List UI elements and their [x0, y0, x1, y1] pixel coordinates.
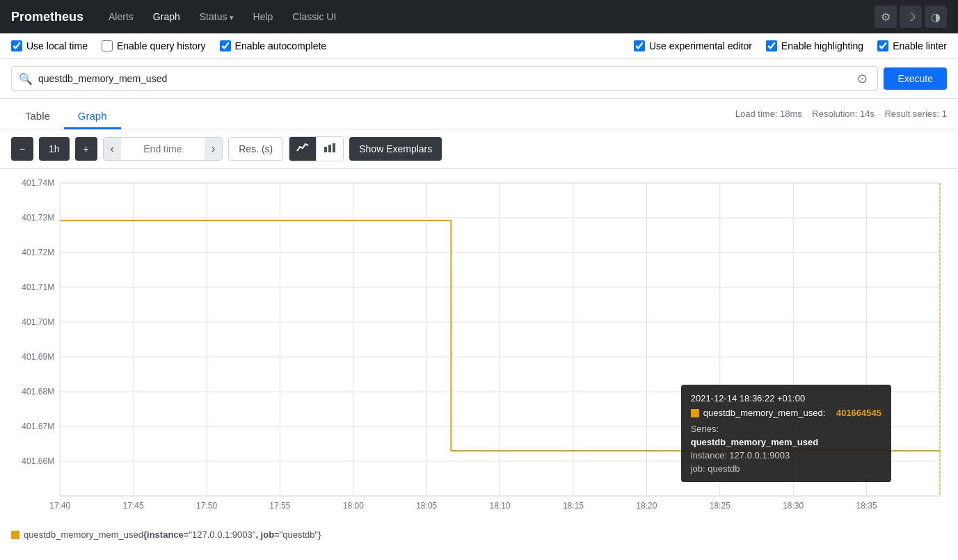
use-local-time-checkbox[interactable] [11, 40, 22, 51]
enable-autocomplete-text: Enable autocomplete [235, 40, 327, 51]
enable-linter-text: Enable linter [893, 40, 947, 51]
search-input[interactable] [38, 73, 849, 84]
svg-rect-1 [328, 145, 331, 152]
svg-text:18:20: 18:20 [636, 501, 657, 511]
endtime-next-button[interactable]: › [205, 138, 222, 160]
show-exemplars-button[interactable]: Show Exemplars [349, 137, 442, 161]
result-series-stat: Result series: 1 [884, 109, 947, 119]
nav-status[interactable]: Status [191, 6, 242, 28]
legend-metric: questdb_memory_mem_used{instance="127.0.… [24, 529, 321, 540]
svg-text:18:00: 18:00 [343, 501, 364, 511]
tab-table[interactable]: Table [11, 104, 64, 129]
enable-autocomplete-label[interactable]: Enable autocomplete [220, 40, 327, 51]
resolution-button[interactable]: Res. (s) [228, 137, 283, 161]
tab-graph[interactable]: Graph [64, 104, 121, 129]
svg-text:18:05: 18:05 [416, 501, 437, 511]
chart-type-stacked-button[interactable] [317, 137, 343, 161]
svg-text:18:30: 18:30 [783, 501, 804, 511]
legend-metric-name: questdb_memory_mem_used [24, 529, 143, 540]
enable-highlighting-text: Enable highlighting [781, 40, 863, 51]
svg-rect-2 [333, 143, 335, 152]
navbar: Prometheus Alerts Graph Status Help Clas… [0, 0, 958, 33]
chart-type-group [289, 136, 344, 161]
settings-bar: Use local time Enable query history Enab… [0, 33, 958, 59]
theme-light-button[interactable]: ☽ [900, 6, 922, 28]
svg-text:17:50: 17:50 [196, 501, 217, 511]
legend-job-value: "questdb" [280, 529, 319, 540]
resolution-stat: Resolution: 14s [812, 109, 875, 119]
svg-text:401.66M: 401.66M [22, 456, 54, 466]
endtime-prev-button[interactable]: ‹ [104, 138, 121, 160]
duration-display: 1h [39, 137, 70, 161]
nav-help[interactable]: Help [245, 6, 282, 28]
svg-text:401.73M: 401.73M [22, 213, 54, 223]
svg-text:401.72M: 401.72M [22, 248, 54, 257]
svg-text:18:25: 18:25 [710, 501, 731, 511]
svg-text:17:55: 17:55 [269, 501, 290, 511]
legend-instance-key: {instance= [143, 529, 189, 540]
svg-text:18:15: 18:15 [563, 501, 584, 511]
load-time-stat: Load time: 18ms [735, 109, 802, 119]
legend-job-key: , job= [255, 529, 279, 540]
graph-controls: − 1h + ‹ › Res. (s) Show Exemplars [0, 129, 958, 169]
use-experimental-editor-text: Use experimental editor [649, 40, 752, 51]
use-experimental-editor-label[interactable]: Use experimental editor [634, 40, 752, 51]
search-wrapper: 🔍 ⊙ [11, 66, 878, 91]
tabs: Table Graph [11, 104, 121, 129]
search-icon: 🔍 [19, 72, 33, 86]
use-local-time-text: Use local time [26, 40, 88, 51]
enable-autocomplete-checkbox[interactable] [220, 40, 231, 51]
chart-area: 401.74M 401.73M 401.72M 401.71M 401.70M … [0, 169, 958, 524]
enable-linter-checkbox[interactable] [877, 40, 888, 51]
nav-icons: ⚙ ☽ ◑ [875, 6, 947, 28]
enable-query-history-checkbox[interactable] [102, 40, 113, 51]
endtime-wrapper: ‹ › [103, 137, 223, 161]
svg-text:17:45: 17:45 [123, 501, 144, 511]
svg-text:401.67M: 401.67M [22, 422, 54, 431]
nav-links: Alerts Graph Status Help Classic UI [100, 6, 344, 28]
chart-container: 401.74M 401.73M 401.72M 401.71M 401.70M … [11, 176, 947, 517]
chart-type-line-button[interactable] [289, 137, 317, 161]
execute-button[interactable]: Execute [884, 67, 947, 90]
use-experimental-editor-checkbox[interactable] [634, 40, 645, 51]
enable-linter-label[interactable]: Enable linter [877, 40, 947, 51]
enable-highlighting-label[interactable]: Enable highlighting [766, 40, 863, 51]
svg-text:18:35: 18:35 [856, 501, 877, 511]
svg-text:401.74M: 401.74M [22, 178, 54, 188]
svg-rect-0 [324, 147, 327, 152]
legend-area: questdb_memory_mem_used{instance="127.0.… [0, 524, 958, 545]
duration-plus-button[interactable]: + [75, 137, 97, 161]
svg-text:401.70M: 401.70M [22, 317, 54, 327]
svg-text:401.68M: 401.68M [22, 387, 54, 397]
svg-text:17:40: 17:40 [49, 501, 70, 511]
settings-icon-button[interactable]: ⚙ [875, 6, 897, 28]
nav-alerts[interactable]: Alerts [100, 6, 142, 28]
legend-instance-value: "127.0.0.1:9003" [189, 529, 255, 540]
brand-title: Prometheus [11, 10, 83, 24]
nav-graph[interactable]: Graph [145, 6, 189, 28]
search-options-button[interactable]: ⊙ [854, 71, 870, 86]
search-bar: 🔍 ⊙ Execute [0, 59, 958, 99]
enable-query-history-label[interactable]: Enable query history [102, 40, 206, 51]
svg-text:18:10: 18:10 [490, 501, 511, 511]
endtime-input[interactable] [121, 143, 205, 154]
theme-dark-button[interactable]: ◑ [925, 6, 947, 28]
enable-highlighting-checkbox[interactable] [766, 40, 777, 51]
use-local-time-label[interactable]: Use local time [11, 40, 88, 51]
tabs-area: Table Graph Load time: 18ms Resolution: … [0, 99, 958, 129]
svg-text:401.69M: 401.69M [22, 352, 54, 362]
duration-minus-button[interactable]: − [11, 137, 33, 161]
chart-svg: 401.74M 401.73M 401.72M 401.71M 401.70M … [11, 176, 947, 517]
legend-color-box [11, 531, 19, 539]
nav-classic-ui[interactable]: Classic UI [284, 6, 344, 28]
svg-text:401.71M: 401.71M [22, 282, 54, 292]
tab-stats: Load time: 18ms Resolution: 14s Result s… [735, 109, 947, 125]
enable-query-history-text: Enable query history [117, 40, 206, 51]
